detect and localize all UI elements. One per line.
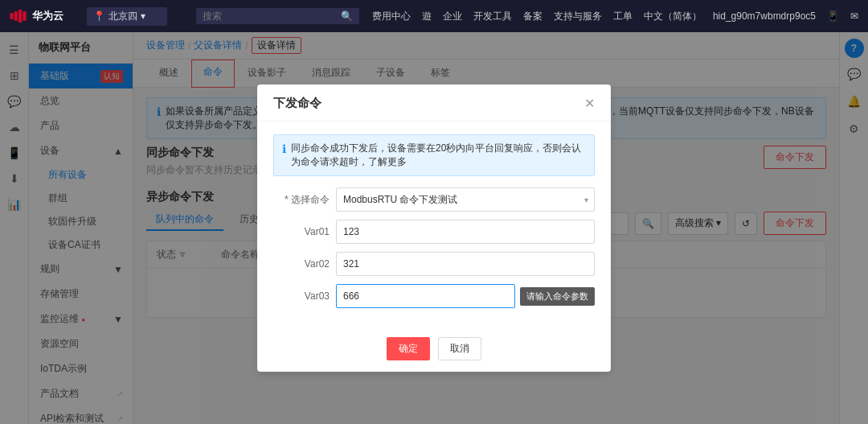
- nav-dev-tools[interactable]: 开发工具: [473, 10, 512, 23]
- modal-overlay: 下发命令 ✕ ℹ 同步命令成功下发后，设备需要在20秒内向平台回复响应，否则会认…: [0, 32, 868, 424]
- form-var02-label: Var02: [273, 258, 330, 270]
- logo-text: 华为云: [32, 9, 63, 23]
- modal-body: ℹ 同步命令成功下发后，设备需要在20秒内向平台回复响应，否则会认为命令请求超时…: [257, 121, 611, 329]
- top-navigation: 华为云 📍 北京四 ▾ 🔍 费用中心 遊 企业 开发工具 备案 支持与服务 工单…: [0, 0, 868, 32]
- enter-param-btn[interactable]: 请输入命令参数: [520, 287, 595, 306]
- nav-record[interactable]: 备案: [523, 10, 542, 23]
- huawei-logo-icon: [10, 10, 27, 23]
- form-var02-input[interactable]: [336, 252, 595, 276]
- modal-footer: 确定 取消: [257, 329, 611, 372]
- modal-info-text: 同步命令成功下发后，设备需要在20秒内向平台回复响应，否则会认为命令请求超时，了…: [291, 142, 586, 169]
- location-pin-icon: 📍: [93, 10, 105, 22]
- form-row-var01: Var01: [273, 220, 595, 244]
- svg-rect-0: [10, 13, 13, 19]
- form-var03-label: Var03: [273, 290, 330, 302]
- confirm-btn[interactable]: 确定: [387, 337, 430, 360]
- cancel-btn[interactable]: 取消: [438, 337, 481, 360]
- top-nav-items: 费用中心 遊 企业 开发工具 备案 支持与服务 工单 中文（简体） hid_g9…: [372, 10, 858, 23]
- logo: 华为云: [10, 9, 74, 23]
- nav-ticket[interactable]: 工单: [613, 10, 633, 23]
- form-select-label: * 选择命令: [273, 193, 330, 207]
- send-command-modal: 下发命令 ✕ ℹ 同步命令成功下发后，设备需要在20秒内向平台回复响应，否则会认…: [257, 84, 611, 372]
- form-row-var02: Var02: [273, 252, 595, 276]
- svg-rect-3: [23, 11, 26, 21]
- form-var01-input[interactable]: [336, 220, 595, 244]
- location-text: 北京四: [108, 10, 137, 23]
- search-bar: 🔍: [196, 8, 359, 24]
- nav-user[interactable]: hid_g90m7wbmdrp9oc5: [713, 10, 816, 22]
- modal-info-banner: ℹ 同步命令成功下发后，设备需要在20秒内向平台回复响应，否则会认为命令请求超时…: [273, 134, 595, 176]
- modal-title: 下发命令: [273, 96, 321, 111]
- command-select-wrapper: ModbusRTU 命令下发测试 ▾: [336, 187, 595, 212]
- nav-fee-center[interactable]: 费用中心: [372, 10, 411, 23]
- modal-close-btn[interactable]: ✕: [584, 96, 595, 111]
- modal-header: 下发命令 ✕: [257, 84, 611, 121]
- var03-input-group: 请输入命令参数: [336, 284, 595, 308]
- nav-phone-icon[interactable]: 📱: [827, 10, 839, 22]
- location-selector[interactable]: 📍 北京四 ▾: [87, 7, 167, 26]
- nav-item-2[interactable]: 遊: [422, 10, 432, 23]
- form-row-select: * 选择命令 ModbusRTU 命令下发测试 ▾: [273, 187, 595, 212]
- modal-info-icon: ℹ: [282, 142, 286, 155]
- form-var01-label: Var01: [273, 226, 330, 237]
- search-icon: 🔍: [341, 10, 353, 22]
- form-row-var03: Var03 请输入命令参数: [273, 284, 595, 308]
- location-dropdown-icon: ▾: [141, 10, 145, 22]
- nav-language[interactable]: 中文（简体）: [644, 10, 702, 23]
- nav-enterprise[interactable]: 企业: [443, 10, 462, 23]
- svg-rect-1: [14, 11, 18, 21]
- command-select[interactable]: ModbusRTU 命令下发测试: [336, 187, 595, 212]
- search-input[interactable]: [203, 10, 341, 22]
- nav-support[interactable]: 支持与服务: [554, 10, 602, 23]
- svg-rect-2: [18, 10, 22, 23]
- form-var03-input[interactable]: [336, 284, 515, 308]
- nav-mail-icon[interactable]: ✉: [850, 10, 858, 22]
